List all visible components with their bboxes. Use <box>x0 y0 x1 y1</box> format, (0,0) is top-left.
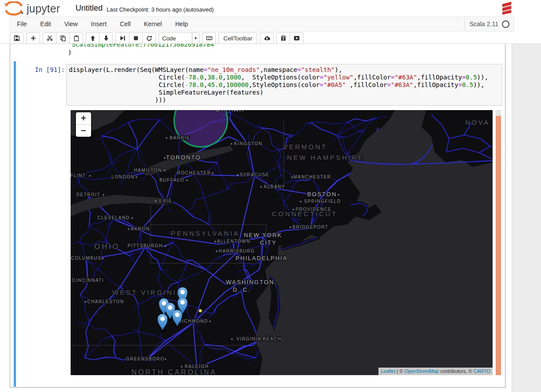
map-label: SPRINGFIELD <box>304 199 341 204</box>
map-label: LONDON <box>111 174 135 179</box>
celltoolbar-button[interactable]: CellToolbar <box>219 32 257 44</box>
select-arrow-icon: ▼ <box>192 33 199 44</box>
menu-item-cell[interactable]: Cell <box>113 17 137 31</box>
restart-kernel-button[interactable] <box>142 32 156 44</box>
repeat-icon <box>146 35 152 41</box>
celltoolbar-label: CellToolbar <box>223 35 252 42</box>
code-text[interactable]: displayer(L.render(Seq(WMSLayer(name="ne… <box>67 64 502 104</box>
map-label: CLEVELAND <box>98 215 130 220</box>
city-dot <box>164 158 165 159</box>
city-dot <box>186 180 187 181</box>
city-dot <box>212 173 213 174</box>
copy-cell-button[interactable] <box>56 32 70 44</box>
city-dot <box>290 227 291 228</box>
zoom-out-button[interactable]: − <box>76 125 91 137</box>
openstreetmap-link[interactable]: OpenStreetMap <box>404 368 439 374</box>
interrupt-kernel-button[interactable] <box>129 32 143 44</box>
city-dot <box>102 258 103 259</box>
plus-icon <box>30 35 36 41</box>
output-scrollbar-thumb[interactable] <box>496 116 501 375</box>
toolbar: Code ▼ CellToolbar <box>10 32 306 44</box>
code-editor[interactable]: displayer(L.render(Seq(WMSLayer(name="ne… <box>66 64 502 106</box>
menubar: FileEditViewInsertCellKernelHelp Scala 2… <box>10 16 514 32</box>
cut-cell-button[interactable] <box>43 32 56 44</box>
move-cell-down-button[interactable] <box>99 32 113 44</box>
jupyter-logo-text: jupyter <box>27 2 60 15</box>
menu-item-edit[interactable]: Edit <box>34 17 58 31</box>
city-dot <box>260 186 262 188</box>
arrow-up-icon <box>90 35 96 41</box>
menu-item-file[interactable]: File <box>10 17 34 31</box>
map-label: FLINT <box>71 173 86 178</box>
map-label: WEST VIRGINIA <box>112 289 183 296</box>
city-dot <box>155 201 156 202</box>
city-dot <box>85 301 86 303</box>
map-circle-overlay-1km[interactable] <box>199 309 202 313</box>
scala-kernel-logo <box>501 1 513 15</box>
carto-link[interactable]: CARTO <box>473 368 490 374</box>
scissors-icon <box>47 35 53 41</box>
attribution-separator: | © <box>395 368 404 374</box>
step-forward-icon <box>119 35 126 41</box>
paste-cell-button[interactable] <box>69 32 83 44</box>
city-dot <box>128 229 129 230</box>
map-label: ERIE <box>159 198 172 203</box>
city-dot <box>291 177 293 178</box>
city-dot <box>131 218 133 219</box>
map-label: BUFFALO <box>159 178 184 182</box>
city-dot <box>136 177 137 178</box>
floppy-icon <box>14 35 20 41</box>
map-label: HAMILTON <box>134 168 162 173</box>
header: jupyter Untitled Last Checkpoint: 3 hour… <box>0 0 541 44</box>
menu-item-insert[interactable]: Insert <box>84 17 113 31</box>
menubar-items: FileEditViewInsertCellKernelHelp <box>10 17 195 31</box>
city-dot <box>338 194 339 196</box>
map-label: WASHINGTON, <box>226 279 277 285</box>
menu-item-help[interactable]: Help <box>168 17 195 31</box>
map-label: ROCHESTER <box>177 170 211 175</box>
map-label: ALLENTOWN <box>217 239 251 244</box>
map-label: BRIDGEPORT <box>293 225 329 230</box>
leaflet-link[interactable]: Leaflet <box>381 368 395 374</box>
kernel-name: Scala 2.11 <box>469 20 498 28</box>
gift-button[interactable] <box>276 32 290 44</box>
cell-type-select[interactable]: Code ▼ <box>159 32 199 44</box>
city-dot <box>89 175 91 177</box>
insert-cell-below-button[interactable] <box>26 32 40 44</box>
move-cell-up-button[interactable] <box>86 32 99 44</box>
gift-icon <box>280 35 286 41</box>
cloud-upload-button[interactable] <box>260 32 274 44</box>
cloud-upload-icon <box>264 35 270 41</box>
map-label: COLUMBUS <box>71 256 102 261</box>
city-dot <box>165 245 166 247</box>
map-label: RICHMOND <box>179 319 208 324</box>
leaflet-map-output[interactable]: OTTAWABARRIEKINGSTONTORONTOHAMILTONLONDO… <box>71 110 493 375</box>
slideshow-button[interactable] <box>290 32 303 44</box>
map-label: HARRISBURG <box>219 249 255 253</box>
menu-item-view[interactable]: View <box>58 17 84 31</box>
save-button[interactable] <box>10 32 24 44</box>
map-label: NOVA SCOTIA <box>465 119 493 126</box>
map-label: NEW YORK <box>244 232 282 238</box>
arrow-down-icon <box>103 35 109 41</box>
cell-input-prompt: In [91]: <box>19 66 65 73</box>
map-zoom-control: + − <box>76 112 91 137</box>
leaflet-map-canvas[interactable]: OTTAWABARRIEKINGSTONTORONTOHAMILTONLONDO… <box>71 110 493 375</box>
jupyter-logo[interactable]: jupyter <box>4 1 60 16</box>
attribution-middle: contributors, © <box>439 368 473 374</box>
command-palette-button[interactable] <box>202 32 216 44</box>
menu-item-kernel[interactable]: Kernel <box>137 17 168 31</box>
map-label: NORTH CAROLINA <box>131 368 217 375</box>
map-label: SYRACUSE <box>239 172 269 177</box>
run-cell-button[interactable] <box>115 32 129 44</box>
map-label: AKRON <box>131 226 150 231</box>
notebook-title[interactable]: Untitled <box>76 4 103 13</box>
map-label: VERMONT <box>283 143 327 150</box>
clipboard-icon <box>73 35 80 41</box>
jupyter-logo-icon <box>4 1 24 16</box>
city-dot <box>165 359 166 360</box>
copy-icon <box>60 35 66 41</box>
map-label: VIRGINIA BEACH <box>236 337 282 341</box>
zoom-in-button[interactable]: + <box>76 112 91 125</box>
output-scrollbar-track[interactable] <box>496 110 501 375</box>
